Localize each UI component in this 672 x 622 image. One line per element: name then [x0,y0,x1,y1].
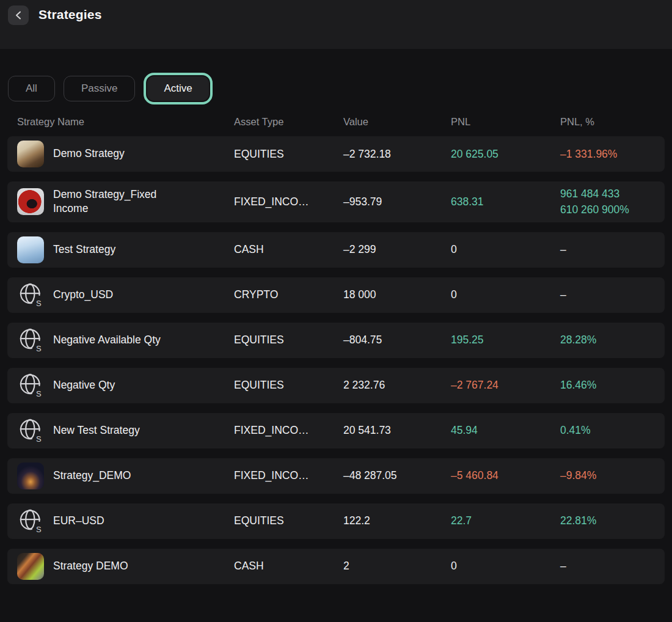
asset-type-cell: FIXED_INCO… [234,424,343,437]
value-cell: –2 299 [343,243,451,256]
strategy-name-cell: Test Strategy [17,236,234,263]
strategy-name-cell: S Negative Available Qty [17,327,234,354]
strategy-name-cell: Demo Strategy_Fixed Income [17,188,234,216]
pnl-cell: –2 767.24 [451,379,560,392]
tab-active-selected-ring[interactable]: Active [144,73,212,104]
japan-flag-thumbnail [17,188,44,215]
pnl-pct-cell: – [560,241,665,257]
value-cell: –804.75 [343,334,451,346]
strategy-name: Demo Strategy_Fixed Income [53,188,184,216]
table-header-row: Strategy Name Asset Type Value PNL PNL, … [7,105,665,136]
pnl-pct-value: –9.84% [560,467,596,483]
pnl-cell: 0 [451,560,560,573]
pnl-cell: 0 [451,288,560,301]
pnl-pct-cell: –1 331.96% [560,146,665,162]
asset-type-cell: EQUITIES [234,514,343,527]
pnl-pct-value: 16.46% [560,377,596,393]
pnl-pct-value: – [560,241,566,257]
tab-passive[interactable]: Passive [64,76,136,101]
value-cell: 2 232.76 [343,379,451,392]
asset-type-cell: EQUITIES [234,148,343,161]
globe-strategy-icon: S [17,371,44,400]
pnl-pct-value: –1 331.96% [560,146,617,162]
asset-type-cell: CASH [234,243,343,256]
strategy-name: Test Strategy [53,243,115,257]
table-row[interactable]: S Negative Available Qty EQUITIES –804.7… [7,323,665,358]
globe-strategy-icon: S [17,508,44,535]
globe-strategy-icon: S [17,326,44,355]
globe-strategy-icon: S [17,417,44,444]
asset-type-cell: EQUITIES [234,379,343,392]
strategy-name: Crypto_USD [53,288,113,302]
value-cell: –953.79 [343,196,451,208]
strategy-name-cell: S Crypto_USD [17,282,234,309]
svg-text:S: S [36,434,42,444]
svg-text:S: S [36,344,42,353]
value-cell: –2 732.18 [343,148,451,161]
strategy-name: EUR–USD [53,514,104,529]
strategies-table: Strategy Name Asset Type Value PNL PNL, … [7,105,665,584]
table-row[interactable]: Test Strategy CASH –2 299 0 – [7,232,665,268]
column-header-value: Value [343,116,451,128]
asset-type-cell: FIXED_INCO… [234,196,343,208]
table-row[interactable]: S Crypto_USD CRYPTO 18 000 0 – [7,277,665,313]
pnl-pct-value: – [560,558,566,574]
strategy-name-cell: S EUR–USD [17,508,234,535]
strategy-name-cell: Strategy_DEMO [17,463,234,489]
svg-text:S: S [36,389,42,398]
strategy-name: Strategy_DEMO [53,469,131,483]
strategy-table-body: Demo Strategy EQUITIES –2 732.18 20 625.… [7,136,665,584]
column-header-asset-type: Asset Type [234,116,343,128]
tab-active[interactable]: Active [147,76,208,101]
tab-all[interactable]: All [8,76,55,101]
sepia-landscape-thumbnail [17,141,44,167]
tabs-filter: All Passive Active [8,72,672,105]
pnl-pct-cell: – [560,287,665,302]
svg-text:S: S [36,525,42,534]
pnl-pct-cell: 22.81% [560,513,665,529]
strategy-name-cell: S Negative Qty [17,372,234,399]
value-cell: 122.2 [343,514,451,527]
pnl-cell: 638.31 [451,196,560,208]
table-row[interactable]: S EUR–USD EQUITIES 122.2 22.7 22.81% [7,503,665,539]
table-row[interactable]: Strategy_DEMO FIXED_INCO… –48 287.05 –5 … [7,458,665,494]
strategy-name: New Test Strategy [53,423,140,438]
globe-strategy-icon: S [17,507,44,536]
table-row[interactable]: S Negative Qty EQUITIES 2 232.76 –2 767.… [7,368,665,403]
pnl-pct-value: 28.28% [560,332,596,348]
table-row[interactable]: Strategy DEMO CASH 2 0 – [7,549,665,584]
table-row[interactable]: Demo Strategy_Fixed Income FIXED_INCO… –… [7,181,665,222]
strategy-name: Strategy DEMO [53,559,128,574]
strategy-name-cell: Strategy DEMO [17,553,234,580]
green-car-thumbnail [17,553,44,580]
pnl-pct-cell: 961 484 433 610 260 900% [560,186,665,218]
pnl-cell: 195.25 [451,334,560,346]
strategy-name-cell: Demo Strategy [17,141,234,167]
column-header-strategy-name: Strategy Name [17,116,234,128]
globe-strategy-icon: S [17,280,44,310]
page-title: Strategies [38,7,102,22]
pnl-cell: 20 625.05 [451,148,560,161]
table-row[interactable]: Demo Strategy EQUITIES –2 732.18 20 625.… [7,136,665,172]
column-header-pnl: PNL [451,116,560,128]
value-cell: 20 541.73 [343,424,451,437]
pnl-pct-value: 22.81% [560,513,596,529]
pnl-cell: 45.94 [451,424,560,437]
globe-strategy-icon: S [17,327,44,354]
asset-type-cell: CASH [234,560,343,573]
globe-strategy-icon: S [17,416,44,445]
appbar: Strategies [0,0,672,49]
back-button[interactable] [8,5,29,25]
pnl-pct-cell: 16.46% [560,377,665,393]
ice-blue-thumbnail [17,236,44,263]
asset-type-cell: CRYPTO [234,288,343,301]
value-cell: 2 [343,560,451,573]
pnl-cell: 22.7 [451,514,560,527]
pnl-pct-cell: 28.28% [560,332,665,348]
pnl-cell: 0 [451,243,560,256]
table-row[interactable]: S New Test Strategy FIXED_INCO… 20 541.7… [7,413,665,448]
asset-type-cell: EQUITIES [234,334,343,346]
strategy-name-cell: S New Test Strategy [17,417,234,444]
pnl-pct-value: – [560,287,566,302]
strategy-name: Negative Available Qty [53,333,161,348]
